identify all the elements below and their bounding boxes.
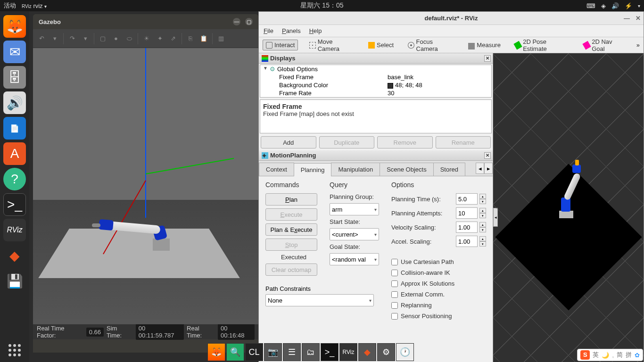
tool-overflow[interactable]: »: [636, 41, 640, 49]
spin-up[interactable]: ▴: [479, 194, 486, 199]
goal-state-combo[interactable]: <random val: [330, 253, 379, 265]
dock-files[interactable]: 🗄: [3, 66, 26, 89]
app-indicator[interactable]: RViz rviz ▾: [22, 2, 47, 9]
redo-dd[interactable]: ▾: [80, 33, 91, 44]
displays-header[interactable]: Displays ✕: [259, 53, 493, 64]
close-icon[interactable]: ✕: [484, 55, 491, 62]
collision-checkbox[interactable]: [391, 270, 398, 276]
tab-scroll-right[interactable]: ▸: [484, 163, 493, 174]
tab-manipulation[interactable]: Manipulation: [331, 163, 380, 176]
tab-planning[interactable]: Planning: [294, 163, 332, 176]
dock-removable[interactable]: 💾: [3, 270, 26, 292]
redo-icon[interactable]: ↷: [66, 33, 78, 44]
close-button[interactable]: ✕: [636, 15, 641, 22]
activities-button[interactable]: 活动: [4, 1, 16, 10]
tab-scroll-left[interactable]: ◂: [476, 163, 484, 174]
accel-scaling-input[interactable]: 1.00: [456, 236, 478, 247]
tb-terminal[interactable]: >_: [321, 343, 339, 361]
tb-clock[interactable]: 🕐: [396, 343, 414, 361]
spin-down[interactable]: ▾: [479, 199, 486, 204]
tb-screenshot[interactable]: 📷: [264, 343, 282, 361]
add-button[interactable]: Add: [261, 136, 316, 148]
planning-time-input[interactable]: 5.0: [456, 193, 478, 205]
volume-icon[interactable]: 🔊: [611, 2, 619, 9]
tb-search[interactable]: 🔍: [226, 343, 244, 361]
dock-firefox[interactable]: 🦊: [3, 15, 26, 38]
maximize-button[interactable]: ▢: [245, 18, 253, 25]
ime-lang[interactable]: 英: [593, 351, 599, 359]
tool-2d-nav[interactable]: 2D Nav Goal: [581, 37, 628, 54]
copy-icon[interactable]: ⎘: [185, 33, 196, 44]
dock-software[interactable]: A: [3, 142, 26, 165]
external-comm-checkbox[interactable]: [391, 291, 398, 298]
tb-clion[interactable]: CL: [245, 343, 263, 361]
wifi-icon[interactable]: ◈: [601, 2, 606, 9]
gazebo-viewport[interactable]: [33, 48, 258, 324]
tb-gazebo[interactable]: ◆: [358, 343, 376, 361]
rviz-titlebar[interactable]: default.rviz* - RViz — ✕: [259, 12, 644, 25]
dock-thunderbird[interactable]: ✉: [3, 41, 26, 63]
clock[interactable]: 星期六 15：05: [300, 1, 343, 10]
light-point-icon[interactable]: ☀: [141, 33, 152, 44]
undo-icon[interactable]: ↶: [36, 33, 47, 44]
menu-panels[interactable]: Panels: [282, 27, 301, 34]
menu-file[interactable]: File: [264, 27, 273, 34]
tab-stored[interactable]: Stored: [433, 163, 465, 176]
planning-group-combo[interactable]: arm: [330, 203, 379, 215]
frame-rate-row[interactable]: Frame Rate30: [260, 89, 491, 97]
dock-rviz[interactable]: RViz: [3, 219, 26, 241]
box-icon[interactable]: ▢: [97, 33, 108, 44]
ime-layout[interactable]: 简: [617, 351, 623, 359]
align-icon[interactable]: ▥: [215, 33, 227, 44]
start-state-combo[interactable]: <current>: [330, 228, 379, 240]
dock-apps-grid[interactable]: [8, 344, 21, 356]
tool-interact[interactable]: Interact: [263, 40, 298, 50]
approx-ik-checkbox[interactable]: [391, 280, 398, 287]
cartesian-checkbox[interactable]: [391, 259, 398, 265]
bg-color-row[interactable]: Background Color48; 48; 48: [260, 81, 491, 89]
displays-tree[interactable]: ▼⚙Global Options Fixed Framebase_link Ba…: [260, 65, 492, 98]
tb-app2[interactable]: ⚙: [377, 343, 395, 361]
dock-terminal[interactable]: >_: [3, 193, 26, 216]
keyboard-icon[interactable]: ⌨: [586, 2, 595, 9]
battery-icon[interactable]: ⚡: [625, 2, 632, 9]
undo-dd[interactable]: ▾: [49, 33, 60, 44]
cylinder-icon[interactable]: ⬭: [124, 33, 135, 44]
menu-help[interactable]: Help: [309, 27, 322, 34]
tb-app1[interactable]: ☰: [283, 343, 301, 361]
light-spot-icon[interactable]: ✦: [154, 33, 165, 44]
planning-attempts-input[interactable]: 10: [456, 207, 478, 219]
tool-2d-pose[interactable]: 2D Pose Estimate: [512, 37, 572, 54]
plan-execute-button[interactable]: Plan & Execute: [265, 223, 317, 236]
dock-gazebo[interactable]: ◆: [3, 244, 26, 267]
light-dir-icon[interactable]: ⇗: [167, 33, 179, 44]
tool-focus-camera[interactable]: Focus Camera: [405, 37, 457, 54]
dock-help[interactable]: ?: [3, 168, 26, 190]
tb-files[interactable]: 🗂: [302, 343, 320, 361]
moon-icon[interactable]: 🌙: [602, 352, 609, 359]
motionplanning-header[interactable]: ✦ MotionPlanning ✕: [259, 150, 493, 161]
tab-scene-objects[interactable]: Scene Objects: [380, 163, 434, 176]
gazebo-titlebar[interactable]: Gazebo — ▢: [33, 14, 258, 29]
dock-writer[interactable]: 📄: [3, 117, 26, 140]
global-options-row[interactable]: ▼⚙Global Options: [260, 65, 491, 73]
plan-button[interactable]: Plan: [265, 193, 317, 206]
minimize-button[interactable]: —: [233, 18, 240, 25]
tab-context[interactable]: Context: [259, 163, 294, 176]
fixed-frame-row[interactable]: Fixed Framebase_link: [260, 73, 491, 81]
tool-select[interactable]: Select: [365, 40, 396, 50]
velocity-scaling-input[interactable]: 1.00: [456, 222, 478, 233]
rviz-viewport[interactable]: ◂: [493, 53, 644, 362]
ime-panel[interactable]: S 英 🌙 , 简 拼 ✿: [577, 349, 643, 361]
dock-rhythmbox[interactable]: 🔊: [3, 91, 26, 114]
ime-mode[interactable]: 拼: [626, 351, 632, 359]
system-menu-icon[interactable]: ▾: [638, 3, 640, 8]
minimize-button[interactable]: —: [624, 15, 630, 22]
sensor-pos-checkbox[interactable]: [391, 313, 398, 320]
sphere-icon[interactable]: ●: [110, 33, 122, 44]
replanning-checkbox[interactable]: [391, 302, 398, 309]
tool-move-camera[interactable]: Move Camera: [306, 37, 357, 54]
tb-firefox[interactable]: 🦊: [207, 343, 225, 361]
tool-measure[interactable]: Measure: [465, 40, 504, 51]
paste-icon[interactable]: 📋: [198, 33, 209, 44]
